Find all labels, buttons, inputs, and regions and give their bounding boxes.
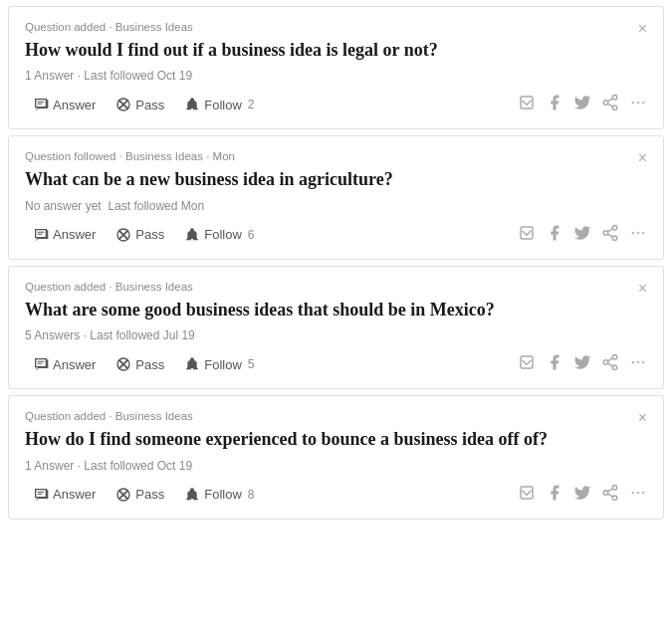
more-icon[interactable] <box>629 484 647 506</box>
answer-stats: 1 Answer · Last followed Oct 19 <box>25 459 192 473</box>
facebook-icon[interactable] <box>546 224 563 246</box>
share-icon[interactable] <box>601 224 619 246</box>
answer-button[interactable]: Answer <box>25 352 104 376</box>
svg-point-11 <box>642 102 644 104</box>
pass-button[interactable]: Pass <box>108 352 172 376</box>
follow-icon <box>184 487 200 503</box>
svg-rect-15 <box>521 227 533 239</box>
answer-stats: 1 Answer · Last followed Oct 19 <box>25 69 192 83</box>
follow-count: 6 <box>248 228 255 242</box>
card-stats: No answer yet Last followed Mon <box>25 199 647 213</box>
close-button[interactable]: × <box>634 19 651 39</box>
card-title[interactable]: What can be a new business idea in agric… <box>25 168 647 191</box>
answer-label: Answer <box>53 357 96 372</box>
actions-right <box>518 484 647 506</box>
follow-icon <box>184 227 200 243</box>
downvote-icon[interactable] <box>518 484 536 506</box>
share-icon[interactable] <box>601 484 619 506</box>
svg-rect-3 <box>521 97 533 108</box>
card-meta: Question added · Business Ideas <box>25 410 647 422</box>
share-icon[interactable] <box>601 353 619 375</box>
no-answer-label: No answer yet <box>25 199 102 213</box>
follow-label: Follow <box>204 487 242 502</box>
svg-point-33 <box>632 361 634 363</box>
card-actions: Answer Pass Follow 5 <box>25 352 647 376</box>
more-icon[interactable] <box>629 353 647 375</box>
answer-label: Answer <box>53 227 96 242</box>
card-title[interactable]: How would I find out if a business idea … <box>25 39 647 62</box>
actions-left: Answer Pass Follow 5 <box>25 352 263 376</box>
twitter-icon[interactable] <box>573 224 591 246</box>
pass-label: Pass <box>135 487 164 502</box>
facebook-icon[interactable] <box>546 94 563 115</box>
more-icon[interactable] <box>629 224 647 246</box>
pass-icon <box>115 356 131 372</box>
svg-point-4 <box>612 96 617 101</box>
follow-label: Follow <box>204 227 242 242</box>
card-meta: Question followed · Business Ideas · Mon <box>25 150 647 162</box>
follow-button[interactable]: Follow 6 <box>176 223 262 247</box>
answer-icon <box>33 227 49 243</box>
close-button[interactable]: × <box>634 279 651 299</box>
svg-point-9 <box>632 102 634 104</box>
card-stats: 5 Answers · Last followed Jul 19 <box>25 328 647 342</box>
card-meta: Question added · Business Ideas <box>25 21 647 33</box>
svg-point-28 <box>612 355 617 360</box>
answer-button[interactable]: Answer <box>25 483 104 507</box>
svg-line-20 <box>607 229 612 232</box>
card-stats: 1 Answer · Last followed Oct 19 <box>25 69 647 83</box>
share-icon[interactable] <box>601 94 619 115</box>
follow-button[interactable]: Follow 2 <box>176 93 262 116</box>
follow-button[interactable]: Follow 5 <box>176 352 262 376</box>
downvote-icon[interactable] <box>518 94 536 115</box>
follow-icon <box>184 97 200 112</box>
pass-icon <box>115 97 131 112</box>
svg-point-16 <box>612 225 617 230</box>
follow-label: Follow <box>204 357 242 372</box>
pass-label: Pass <box>135 98 164 112</box>
close-button[interactable]: × <box>634 408 651 428</box>
answer-label: Answer <box>53 98 96 112</box>
svg-point-46 <box>637 491 639 493</box>
actions-left: Answer Pass Follow 6 <box>25 223 263 247</box>
answer-button[interactable]: Answer <box>25 93 104 116</box>
svg-point-17 <box>603 231 608 236</box>
answer-icon <box>33 356 49 372</box>
question-card: × Question added · Business Ideas What a… <box>8 266 664 389</box>
card-actions: Answer Pass Follow 2 <box>25 93 647 116</box>
answer-stats: 5 Answers · Last followed Jul 19 <box>25 328 195 342</box>
close-button[interactable]: × <box>634 148 651 168</box>
actions-left: Answer Pass Follow 8 <box>25 483 263 507</box>
svg-point-42 <box>612 496 617 501</box>
more-icon[interactable] <box>629 94 647 115</box>
answer-button[interactable]: Answer <box>25 223 104 247</box>
svg-line-19 <box>607 234 612 237</box>
follow-count: 2 <box>248 98 255 111</box>
answer-icon <box>33 487 49 503</box>
actions-right <box>518 94 647 115</box>
card-title[interactable]: How do I find someone experienced to bou… <box>25 428 647 451</box>
pass-button[interactable]: Pass <box>108 93 172 116</box>
facebook-icon[interactable] <box>546 484 563 506</box>
pass-button[interactable]: Pass <box>108 483 172 507</box>
downvote-icon[interactable] <box>518 353 536 375</box>
card-title[interactable]: What are some good business ideas that s… <box>25 299 647 321</box>
svg-point-45 <box>632 491 634 493</box>
follow-button[interactable]: Follow 8 <box>176 483 262 507</box>
twitter-icon[interactable] <box>573 353 591 375</box>
downvote-icon[interactable] <box>518 224 536 246</box>
question-card: × Question added · Business Ideas How wo… <box>8 6 664 129</box>
twitter-icon[interactable] <box>573 94 591 115</box>
svg-point-34 <box>637 361 639 363</box>
facebook-icon[interactable] <box>546 353 563 375</box>
svg-point-10 <box>637 102 639 104</box>
svg-point-47 <box>642 491 644 493</box>
twitter-icon[interactable] <box>573 484 591 506</box>
pass-label: Pass <box>135 357 164 372</box>
svg-line-7 <box>607 105 612 107</box>
pass-button[interactable]: Pass <box>108 223 172 247</box>
svg-point-18 <box>612 236 617 241</box>
actions-right <box>518 224 647 246</box>
svg-line-44 <box>607 488 612 491</box>
pass-label: Pass <box>135 227 164 242</box>
